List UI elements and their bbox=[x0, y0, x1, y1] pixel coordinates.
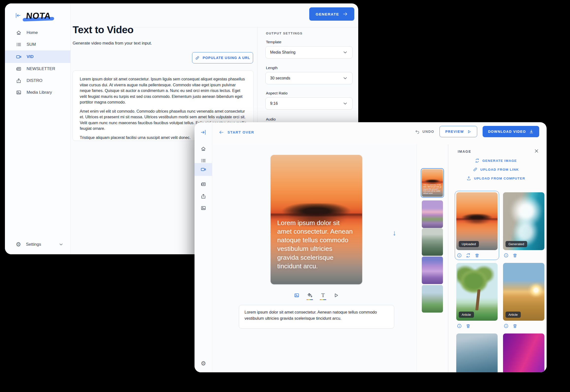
grid-image bbox=[456, 333, 498, 372]
slide-thumbnail[interactable] bbox=[422, 285, 443, 313]
image-badge: Uploaded bbox=[459, 241, 479, 247]
info-icon[interactable] bbox=[457, 253, 462, 258]
aspect-ratio-select[interactable]: 9:16 bbox=[265, 97, 353, 110]
play-icon bbox=[333, 292, 339, 298]
share-icon bbox=[200, 193, 206, 199]
app-logo: NOTA bbox=[26, 11, 51, 21]
rail-item-home[interactable] bbox=[195, 143, 212, 155]
upload-from-computer-button[interactable]: UPLOAD FROM COMPUTER bbox=[466, 175, 525, 182]
next-slide-arrow[interactable]: ↓ bbox=[392, 229, 396, 237]
image-card-wave[interactable] bbox=[455, 332, 499, 372]
undo-icon bbox=[415, 129, 420, 134]
chevron-down-icon bbox=[59, 242, 64, 247]
rail-item-newsletter[interactable] bbox=[195, 178, 212, 190]
output-settings-heading: OUTPUT SETTINGS bbox=[266, 31, 303, 35]
share-icon bbox=[16, 78, 22, 84]
length-value: 30 seconds bbox=[270, 76, 290, 80]
refresh-icon bbox=[475, 158, 480, 163]
info-icon[interactable] bbox=[504, 253, 509, 258]
fill-color-tool-button[interactable] bbox=[307, 292, 313, 300]
grid-image: Generated bbox=[503, 192, 544, 250]
slide-preview[interactable]: Lorem ipsum dolor sit amet consectetur. … bbox=[271, 155, 362, 284]
arrow-left-icon bbox=[219, 130, 224, 135]
slide-toolbar: T bbox=[271, 292, 362, 300]
delete-icon[interactable] bbox=[474, 253, 480, 258]
image-icon bbox=[16, 90, 22, 95]
rail-settings[interactable]: ⚙ bbox=[195, 359, 212, 368]
regenerate-icon[interactable] bbox=[466, 253, 471, 258]
image-card-article-field[interactable]: Article bbox=[502, 261, 546, 331]
template-select[interactable]: Media Sharing bbox=[265, 46, 353, 59]
sidebar-item-vid[interactable]: VID bbox=[5, 50, 70, 63]
template-value: Media Sharing bbox=[270, 50, 295, 55]
video-icon bbox=[200, 166, 206, 172]
sidebar-item-sum[interactable]: SUM bbox=[5, 39, 70, 50]
image-icon bbox=[200, 205, 206, 211]
delete-icon[interactable] bbox=[512, 253, 518, 258]
start-over-label: START OVER bbox=[228, 130, 254, 134]
image-actions bbox=[457, 252, 498, 258]
sidebar-expand-icon[interactable] bbox=[200, 129, 207, 136]
close-icon[interactable] bbox=[534, 148, 539, 154]
slide-thumbnail-strip: This is a summary of this slide. Will te… bbox=[417, 144, 448, 372]
slide-thumbnail-selected[interactable]: This is a summary of this slide. Will te… bbox=[421, 168, 444, 198]
image-tool-button[interactable] bbox=[294, 292, 300, 298]
thumbnail-image-forest bbox=[422, 228, 443, 256]
image-card-generated[interactable]: Generated bbox=[502, 191, 546, 260]
generate-image-label: GENERATE IMAGE bbox=[482, 159, 517, 163]
paragraph: Lorem ipsum dolor sit amet consectetur. … bbox=[80, 76, 246, 105]
slide-thumbnail[interactable] bbox=[422, 200, 443, 228]
download-video-button[interactable]: DOWNLOAD VIDEO bbox=[483, 126, 539, 137]
color-indicator bbox=[307, 299, 313, 300]
sidebar-item-label: VID bbox=[27, 54, 33, 59]
image-card-article-tree[interactable]: Article bbox=[455, 261, 499, 331]
text-tool-button[interactable]: T bbox=[320, 292, 326, 300]
undo-button[interactable]: UNDO bbox=[415, 129, 434, 134]
chevron-down-icon bbox=[342, 101, 348, 106]
slide-canvas: ↑ ↓ Lorem ipsum dolor sit amet consectet… bbox=[212, 144, 417, 372]
gear-icon: ⚙ bbox=[16, 241, 21, 247]
slide-thumbnail[interactable] bbox=[422, 256, 443, 284]
upload-from-link-button[interactable]: UPLOAD FROM LINK bbox=[473, 166, 519, 173]
info-icon[interactable] bbox=[504, 323, 509, 329]
play-slide-button[interactable] bbox=[333, 292, 339, 298]
rail-item-media-library[interactable] bbox=[195, 202, 212, 214]
image-panel-actions: GENERATE IMAGE UPLOAD FROM LINK UPLOAD F… bbox=[448, 157, 543, 182]
sidebar-settings[interactable]: ⚙ Settings bbox=[5, 239, 70, 250]
undo-label: UNDO bbox=[423, 130, 434, 134]
populate-url-label: POPULATE USING A URL bbox=[203, 56, 250, 60]
info-icon[interactable] bbox=[457, 323, 462, 329]
home-icon bbox=[200, 146, 206, 152]
play-icon bbox=[467, 129, 472, 134]
rail-item-distro[interactable] bbox=[195, 190, 212, 202]
start-over-button[interactable]: START OVER bbox=[219, 130, 254, 135]
rail-item-vid[interactable] bbox=[195, 163, 212, 176]
sidebar-item-home[interactable]: Home bbox=[5, 27, 70, 39]
slide-thumbnail[interactable] bbox=[422, 228, 443, 256]
delete-icon[interactable] bbox=[512, 323, 518, 329]
image-card-abstract[interactable] bbox=[502, 332, 546, 372]
grid-image: Article bbox=[503, 263, 544, 321]
populate-url-button[interactable]: POPULATE USING A URL bbox=[192, 52, 253, 63]
sidebar: NOTA Home SUM bbox=[5, 3, 71, 254]
sidebar-item-label: Media Library bbox=[27, 90, 52, 95]
delete-icon[interactable] bbox=[466, 323, 471, 329]
sidebar-collapse-icon[interactable] bbox=[15, 12, 21, 19]
length-select[interactable]: 30 seconds bbox=[265, 72, 353, 84]
image-grid: Uploaded Generated bbox=[455, 191, 546, 372]
thumbnail-overlay-text: This is a summary of this slide. Will te… bbox=[423, 184, 442, 194]
video-editor-window: ⚙ START OVER UNDO PREVIEW DOWNLOAD VIDEO… bbox=[195, 122, 547, 372]
link-icon bbox=[195, 56, 200, 60]
slide-caption-input[interactable]: Lorem ipsum dolor sit amet consectetur. … bbox=[239, 305, 394, 329]
color-indicator bbox=[320, 299, 326, 300]
generate-image-button[interactable]: GENERATE IMAGE bbox=[475, 157, 517, 164]
sidebar-item-distro[interactable]: DISTRO bbox=[5, 75, 70, 87]
image-panel: IMAGE GENERATE IMAGE UPLOAD FROM LINK UP… bbox=[448, 144, 547, 372]
sidebar-item-media-library[interactable]: Media Library bbox=[5, 87, 70, 98]
sidebar-item-newsletter[interactable]: NEWSLETTER bbox=[5, 63, 70, 75]
image-actions bbox=[504, 252, 544, 258]
generate-button[interactable]: GENERATE bbox=[309, 7, 354, 21]
preview-button[interactable]: PREVIEW bbox=[440, 126, 477, 137]
chevron-down-icon bbox=[342, 75, 348, 81]
image-card-uploaded[interactable]: Uploaded bbox=[455, 191, 499, 260]
